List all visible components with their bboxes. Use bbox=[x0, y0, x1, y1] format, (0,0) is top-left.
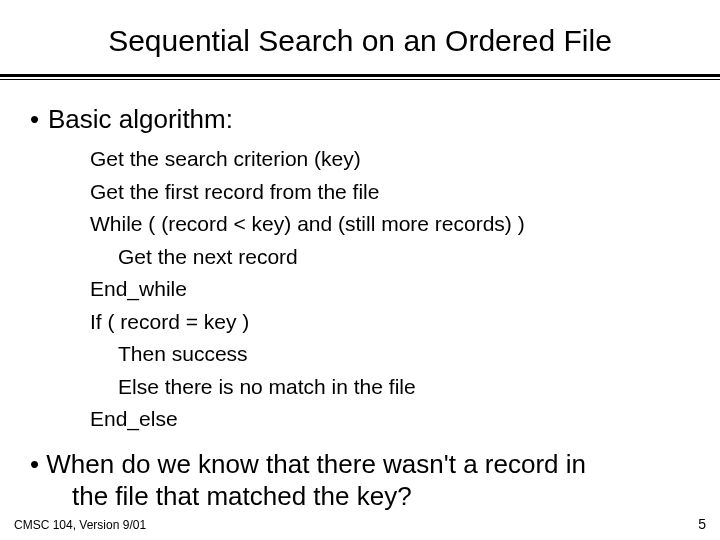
algo-line: Then success bbox=[90, 338, 690, 371]
bullet-basic-algorithm: •Basic algorithm: bbox=[30, 104, 690, 135]
footer-course: CMSC 104, Version 9/01 bbox=[14, 518, 146, 532]
algo-line: Get the first record from the file bbox=[90, 176, 690, 209]
slide-body: •Basic algorithm: Get the search criteri… bbox=[0, 80, 720, 513]
slide-title: Sequential Search on an Ordered File bbox=[0, 0, 720, 68]
bullet1-label: Basic algorithm: bbox=[48, 104, 233, 134]
algo-line: Else there is no match in the file bbox=[90, 371, 690, 404]
algorithm-block: Get the search criterion (key) Get the f… bbox=[90, 143, 690, 436]
bullet-question-line1: • When do we know that there wasn't a re… bbox=[30, 448, 690, 481]
slide: Sequential Search on an Ordered File •Ba… bbox=[0, 0, 720, 540]
rule-thin bbox=[0, 79, 720, 80]
footer-page-number: 5 bbox=[698, 516, 706, 532]
rule-thick bbox=[0, 74, 720, 77]
algo-line: Get the search criterion (key) bbox=[90, 143, 690, 176]
algo-line: End_else bbox=[90, 403, 690, 436]
bullet-dot: • bbox=[30, 104, 48, 135]
algo-line: If ( record = key ) bbox=[90, 306, 690, 339]
algo-line: End_while bbox=[90, 273, 690, 306]
algo-line: While ( (record < key) and (still more r… bbox=[90, 208, 690, 241]
title-rule bbox=[0, 74, 720, 80]
bullet-question-line2: the file that matched the key? bbox=[30, 480, 690, 513]
algo-line: Get the next record bbox=[90, 241, 690, 274]
